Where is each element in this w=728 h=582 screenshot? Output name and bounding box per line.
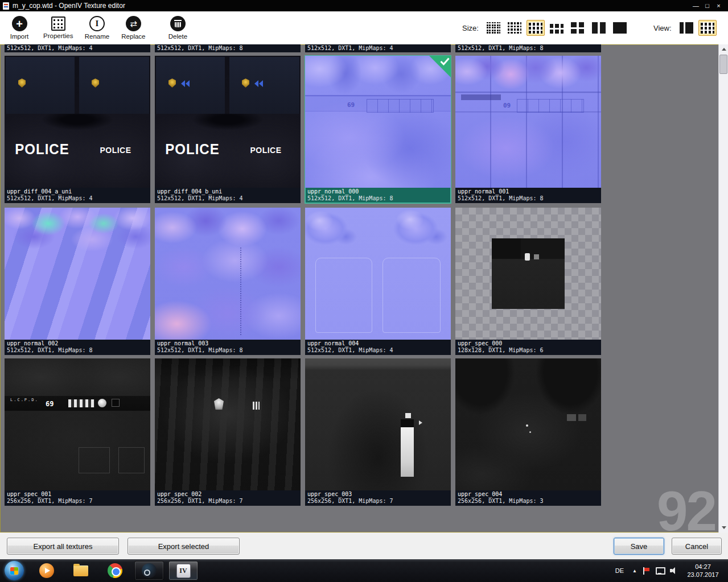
checkmark-icon — [440, 57, 450, 65]
delete-button[interactable]: Delete — [165, 16, 190, 40]
texture-detail — [367, 99, 434, 113]
texture-detail — [534, 254, 539, 259]
replace-button[interactable]: ⇄ Replace — [121, 16, 146, 40]
texture-tile-partial[interactable]: 512x512, DXT1, MipMaps: 4 — [305, 44, 451, 52]
texture-grid: 512x512, DXT1, MipMaps: 4 512x512, DXT1,… — [0, 44, 728, 533]
show-hidden-icons-button[interactable]: ▲ — [632, 568, 637, 573]
texture-detail — [461, 94, 501, 100]
texture-tile[interactable]: 09 uppr_normal_001512x512, DXT1, MipMaps… — [455, 56, 601, 203]
texture-detail — [526, 424, 528, 427]
badge-number-text: 69 — [46, 400, 54, 408]
texture-thumbnail — [455, 358, 601, 490]
taskbar-item-chrome[interactable] — [100, 561, 130, 580]
properties-icon — [51, 16, 65, 31]
volume-icon[interactable] — [670, 567, 678, 574]
tray-date: 23.07.2017 — [685, 571, 721, 579]
titlebar[interactable]: m_y_cop.wtd - OpenIV Texture editor — □ … — [0, 0, 728, 11]
texture-tile-selected[interactable]: 69 uppr_normal_000512x512, DXT1, MipMaps… — [305, 56, 451, 203]
texture-detail: 69 — [347, 101, 355, 109]
police-text: POLICE — [235, 146, 297, 155]
texture-tile-partial[interactable]: 512x512, DXT1, MipMaps: 8 — [155, 44, 301, 52]
grid-size-icon — [613, 22, 627, 34]
size-option-4[interactable] — [548, 20, 566, 36]
windows-logo-icon — [10, 567, 18, 575]
minimize-button[interactable]: — — [691, 2, 701, 9]
texture-tile[interactable]: POLICE POLICE uppr_diff_004_a_uni512x512… — [5, 56, 150, 203]
chevron-icon — [181, 80, 190, 87]
replace-label: Replace — [121, 33, 145, 40]
size-option-7[interactable] — [611, 20, 629, 36]
badge-icon — [214, 398, 224, 410]
texture-tile[interactable]: uppr_spec_002256x256, DXT1, MipMaps: 7 — [155, 358, 301, 506]
delete-label: Delete — [168, 33, 187, 40]
texture-detail — [401, 419, 414, 427]
import-icon: + — [12, 16, 27, 31]
import-button[interactable]: + Import — [7, 16, 32, 40]
texture-tile[interactable]: uppr_spec_004256x256, DXT1, MipMaps: 3 — [455, 358, 601, 506]
export-selected-button[interactable]: Export selected — [127, 538, 240, 555]
replace-icon: ⇄ — [126, 16, 141, 31]
delete-icon — [170, 16, 186, 31]
openiv-icon: IV — [176, 564, 191, 578]
texture-tile[interactable]: uppr_normal_003512x512, DXT1, MipMaps: 8 — [155, 208, 301, 355]
grid-size-icon — [508, 22, 521, 34]
scroll-down-button[interactable] — [719, 523, 728, 533]
size-option-3[interactable] — [527, 20, 545, 36]
chevron-icon — [254, 80, 263, 87]
view-option-grid[interactable] — [698, 20, 717, 36]
scroll-up-button[interactable] — [719, 44, 728, 54]
language-indicator[interactable]: DE — [612, 566, 627, 576]
police-badge-icon — [242, 79, 249, 88]
grid-view-icon — [701, 22, 714, 34]
texture-thumbnail: L.C.P.D. 69 — [5, 358, 150, 490]
police-badge-icon — [168, 79, 176, 88]
network-icon[interactable] — [656, 567, 664, 574]
texture-thumbnail: 69 — [305, 56, 451, 188]
texture-detail — [79, 447, 110, 473]
texture-detail — [315, 258, 372, 333]
texture-tile[interactable]: uppr_spec_000128x128, DXT1, MipMaps: 6 — [455, 208, 601, 355]
clock[interactable]: 04:27 23.07.2017 — [685, 563, 721, 579]
size-option-6[interactable] — [590, 20, 608, 36]
texture-tile[interactable]: uppr_normal_004512x512, DXT1, MipMaps: 4 — [305, 208, 451, 355]
texture-detail — [529, 431, 531, 433]
view-option-split[interactable] — [677, 20, 696, 36]
texture-detail — [229, 57, 299, 114]
taskbar-item-openiv[interactable]: IV — [168, 561, 198, 580]
rename-button[interactable]: I Rename — [84, 16, 109, 40]
export-all-textures-button[interactable]: Export all textures — [7, 538, 119, 555]
close-button[interactable]: × — [714, 2, 723, 9]
properties-button[interactable]: Properties — [43, 16, 73, 39]
texture-detail — [567, 414, 576, 421]
texture-tile-partial[interactable]: 512x512, DXT1, MipMaps: 4 — [5, 44, 150, 52]
vertical-scrollbar[interactable] — [718, 44, 728, 533]
size-option-2[interactable] — [505, 20, 524, 36]
texture-thumbnail — [5, 208, 150, 340]
police-text: POLICE — [84, 146, 147, 155]
size-option-1[interactable] — [484, 20, 503, 36]
taskbar-item-media-player[interactable] — [32, 561, 61, 580]
cancel-button[interactable]: Cancel — [672, 538, 722, 555]
action-center-icon[interactable] — [643, 567, 650, 575]
scrollbar-thumb[interactable] — [719, 55, 727, 74]
texture-tile-partial[interactable]: 512x512, DXT1, MipMaps: 8 — [455, 44, 601, 52]
texture-detail — [253, 402, 260, 410]
system-tray: DE ▲ 04:27 23.07.2017 — [612, 559, 726, 582]
maximize-button[interactable]: □ — [702, 2, 712, 9]
texture-tile[interactable]: uppr_normal_002512x512, DXT1, MipMaps: 8 — [5, 208, 150, 355]
texture-detail — [79, 57, 149, 114]
texture-tile[interactable]: POLICE POLICE uppr_diff_004_b_uni512x512… — [155, 56, 301, 203]
start-button[interactable] — [5, 561, 24, 580]
lcpd-text: L.C.P.D. — [10, 398, 39, 402]
texture-tile[interactable]: L.C.P.D. 69 uppr_spec_001256x256, DXT1, … — [5, 358, 150, 506]
badge-icon — [98, 399, 106, 407]
grid-size-icon — [487, 22, 500, 34]
save-button[interactable]: Save — [614, 538, 664, 555]
taskbar-item-steam[interactable] — [134, 561, 164, 580]
texture-tile[interactable]: uppr_spec_003256x256, DXT1, MipMaps: 7 — [305, 358, 451, 506]
size-option-5[interactable] — [569, 20, 587, 36]
nameplate-icon — [112, 399, 120, 407]
texture-detail — [118, 447, 145, 473]
taskbar-item-explorer[interactable] — [66, 561, 96, 580]
texture-detail — [240, 247, 241, 335]
